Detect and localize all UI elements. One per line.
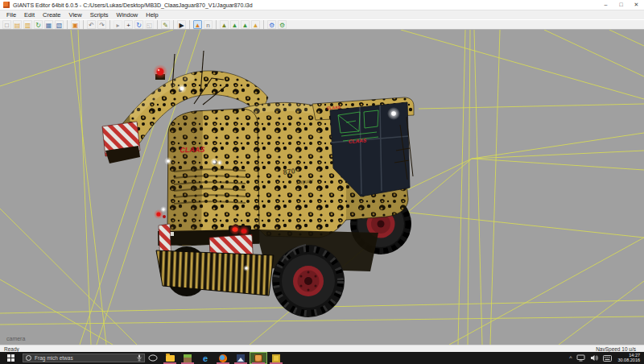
window-title: GIANTS Editor 64bit 6.0.5 - C:/Users/Luk…: [13, 2, 253, 8]
giants-editor-icon: [3, 2, 10, 8]
taskbar-clock[interactable]: 14:27 30.08.2016: [617, 354, 640, 362]
foliage-paint-2-button[interactable]: ▲: [230, 20, 239, 29]
body-rear-panel[interactable]: CLAAS: [164, 109, 259, 246]
render-settings-button[interactable]: ⚙: [267, 20, 276, 29]
foliage-paint-1-button[interactable]: ▲: [220, 20, 229, 29]
menu-create[interactable]: Create: [39, 11, 65, 19]
edge-icon: e: [203, 354, 208, 362]
play-button[interactable]: ▶: [177, 20, 186, 29]
close-button[interactable]: ✕: [629, 0, 644, 10]
windows-logo-icon: [7, 354, 14, 362]
menu-scripts[interactable]: Scripts: [86, 11, 113, 19]
taskbar-app-firefox[interactable]: [214, 352, 232, 364]
giants-editor-taskbar-icon: [254, 354, 262, 362]
interactive-placement-button[interactable]: ✎: [161, 20, 170, 29]
touch-keyboard-icon[interactable]: [603, 355, 612, 362]
minecraft-icon: [184, 354, 192, 362]
claas-rear-logo: CLAAS: [180, 145, 204, 154]
harvester-model[interactable]: CLAAS 870 Jaguar CLAAS: [102, 51, 414, 317]
image-editor-icon: [237, 354, 245, 362]
beacon-light: [157, 68, 164, 76]
open-button[interactable]: ▤: [13, 20, 22, 29]
taskbar-app-minecraft[interactable]: [179, 352, 196, 364]
wheel-rear-right[interactable]: [272, 245, 345, 317]
taskbar-app-giants-editor[interactable]: [250, 352, 267, 364]
screen: GIANTS Editor 64bit 6.0.5 - C:/Users/Luk…: [0, 0, 644, 364]
reload-button[interactable]: ↻: [34, 20, 43, 29]
file-explorer-icon: [166, 355, 175, 362]
taskbar-apps: e: [161, 352, 285, 364]
save-button[interactable]: ▦: [44, 20, 53, 29]
rotate-tool-button[interactable]: ↻: [134, 20, 143, 29]
menu-bar: File Edit Create View Scripts Window Hel…: [0, 10, 644, 19]
search-placeholder: Frag mich etwas: [35, 355, 137, 361]
status-bar: Ready NavSpeed 10 u/s: [0, 345, 644, 352]
viewport-3d[interactable]: CLAAS 870 Jaguar CLAAS: [0, 30, 644, 345]
windows-taskbar: Frag mich etwas e ^: [0, 352, 644, 364]
camera-label: camera: [6, 336, 25, 341]
title-bar: GIANTS Editor 64bit 6.0.5 - C:/Users/Luk…: [0, 0, 644, 10]
tail-light-left: [156, 212, 160, 216]
menu-file[interactable]: File: [2, 11, 20, 19]
taskbar-app-file-explorer[interactable]: [161, 352, 179, 364]
clock-date: 30.08.2016: [617, 358, 640, 363]
clipboard-button[interactable]: ▣: [71, 20, 80, 29]
undo-button[interactable]: ↶: [87, 20, 96, 29]
maximize-button[interactable]: □: [613, 0, 629, 10]
model-number-870: 870: [283, 167, 295, 176]
menu-window[interactable]: Window: [113, 11, 142, 19]
menu-help[interactable]: Help: [142, 11, 162, 19]
world-settings-button[interactable]: ⚙: [278, 20, 287, 29]
menu-view[interactable]: View: [65, 11, 86, 19]
minimize-button[interactable]: –: [598, 0, 613, 10]
terrain-sculpt-button[interactable]: ▲: [193, 20, 202, 29]
import-button[interactable]: ▥: [23, 20, 32, 29]
redo-button[interactable]: ↷: [97, 20, 106, 29]
taskbar-app-image-editor[interactable]: [232, 352, 250, 364]
notes-app-icon: [272, 354, 280, 362]
task-view-icon: [148, 354, 158, 362]
cortana-icon: [26, 355, 31, 361]
network-icon[interactable]: [576, 354, 585, 362]
microphone-icon[interactable]: [137, 354, 142, 362]
task-view-button[interactable]: [145, 352, 161, 364]
tray-expand-chevron-icon[interactable]: ^: [569, 355, 572, 361]
taskbar-app-edge[interactable]: e: [196, 352, 214, 364]
start-button[interactable]: [0, 352, 21, 364]
scale-tool-button[interactable]: ◱: [145, 20, 154, 29]
volume-icon[interactable]: [590, 354, 598, 362]
translate-tool-button[interactable]: +: [124, 20, 133, 29]
foliage-paint-3-button[interactable]: ▲: [241, 20, 250, 29]
work-light: [391, 111, 396, 116]
foliage-paint-4-button[interactable]: ▲: [251, 20, 260, 29]
viewport-canvas[interactable]: CLAAS 870 Jaguar CLAAS: [0, 30, 644, 345]
terrain-smooth-button[interactable]: n: [204, 20, 213, 29]
select-tool-button[interactable]: ▸: [114, 20, 122, 29]
menu-edit[interactable]: Edit: [20, 11, 39, 19]
firefox-icon: [219, 354, 227, 362]
tail-light-right: [233, 227, 238, 232]
cortana-search-box[interactable]: Frag mich etwas: [23, 354, 145, 362]
new-button[interactable]: □: [2, 20, 11, 29]
system-tray: ^ 14:27 30.08.2016: [567, 352, 644, 364]
toolbar: □ ▤ ▥ ↻ ▦ ▧ ▣ ↶ ↷ ▸ + ↻ ◱ ✎ ▶ ▲ n ▲ ▲ ▲ …: [0, 19, 644, 30]
export-button[interactable]: ▧: [55, 20, 64, 29]
taskbar-app-notes[interactable]: [267, 352, 285, 364]
